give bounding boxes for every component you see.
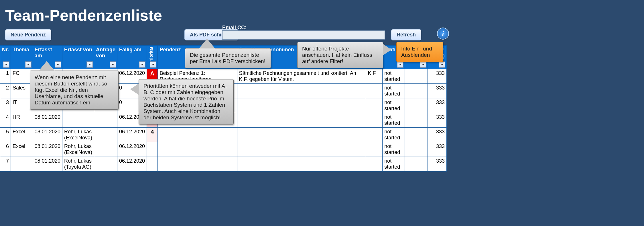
callout-text: Nur offene Projekte anschauen. Hat kein …: [302, 46, 372, 64]
cell-nr[interactable]: 3: [0, 98, 11, 113]
cell-anfrage_von[interactable]: [94, 157, 117, 172]
cell-schritte[interactable]: [237, 98, 366, 113]
email-cc-label: Email CC:: [222, 25, 247, 31]
cell-erfasst_von[interactable]: Rohr, Lukas (ExcelNova): [62, 128, 94, 142]
cell-warten_auf[interactable]: [366, 98, 383, 113]
cell-dauer[interactable]: 333: [428, 128, 447, 142]
cell-schritte[interactable]: [237, 113, 366, 128]
callout-info-button: Info Ein- und Ausblenden: [396, 42, 443, 62]
cell-schritte[interactable]: [237, 128, 366, 142]
table-row[interactable]: 708.01.2020Rohr, Lukas (Toyota AG)06.12.…: [0, 157, 447, 172]
cell-dauer[interactable]: 333: [428, 84, 447, 98]
cell-dauer[interactable]: 333: [428, 157, 447, 172]
callout-text: Wenn eine neue Pendenz mit diesem Button…: [35, 74, 107, 106]
cell-nr[interactable]: 7: [0, 157, 11, 172]
cell-dauer[interactable]: 333: [428, 142, 447, 157]
cell-thema[interactable]: FC: [11, 69, 33, 84]
filter-dropdown-icon[interactable]: [420, 61, 426, 68]
cell-anfrage_von[interactable]: [94, 142, 117, 157]
cell-status[interactable]: not started: [383, 142, 405, 157]
cell-faellig_am[interactable]: 06.12.2020: [117, 128, 147, 142]
cell-erfasst_von[interactable]: [62, 113, 94, 128]
table-row[interactable]: 6Excel08.01.2020Rohr, Lukas (ExcelNova)0…: [0, 142, 447, 157]
cell-status[interactable]: not started: [383, 113, 405, 128]
cell-dauer[interactable]: 333: [428, 113, 447, 128]
cell-nr[interactable]: 6: [0, 142, 11, 157]
cell-pendenz[interactable]: [158, 142, 237, 157]
cell-faellig_am[interactable]: 06.12.2020: [117, 142, 147, 157]
cell-status[interactable]: not started: [383, 128, 405, 142]
cell-warten_auf[interactable]: K.F.: [366, 69, 383, 84]
cell-erledigt_am[interactable]: [405, 69, 428, 84]
filter-dropdown-icon[interactable]: [397, 61, 403, 68]
cell-prio[interactable]: [147, 142, 158, 157]
filter-dropdown-icon[interactable]: [86, 61, 93, 68]
cell-warten_auf[interactable]: [366, 84, 383, 98]
cell-prio[interactable]: 4: [147, 128, 158, 142]
cell-pendenz[interactable]: [158, 157, 237, 172]
cell-thema[interactable]: Excel: [11, 128, 33, 142]
email-cc-input[interactable]: [222, 30, 385, 40]
table-row[interactable]: 5Excel08.01.2020Rohr, Lukas (ExcelNova)0…: [0, 128, 447, 142]
cell-erfasst_am[interactable]: 08.01.2020: [33, 157, 62, 172]
col-prioritaet[interactable]: Priorität: [147, 46, 158, 69]
cell-erledigt_am[interactable]: [405, 98, 428, 113]
col-faellig-am[interactable]: Fällig am: [117, 46, 147, 69]
cell-warten_auf[interactable]: [366, 128, 383, 142]
filter-dropdown-icon[interactable]: [25, 61, 31, 68]
cell-erfasst_am[interactable]: 08.01.2020: [33, 128, 62, 142]
cell-warten_auf[interactable]: [366, 157, 383, 172]
new-pendenz-button[interactable]: Neue Pendenz: [5, 29, 51, 40]
cell-thema[interactable]: [11, 157, 33, 172]
col-anfrage-von[interactable]: Anfrage von: [94, 46, 117, 69]
col-nr[interactable]: Nr.: [0, 46, 11, 69]
filter-dropdown-icon[interactable]: [55, 61, 61, 68]
col-erfasst-von[interactable]: Erfasst von: [62, 46, 94, 69]
cell-nr[interactable]: 1: [0, 69, 11, 84]
col-thema[interactable]: Thema: [11, 46, 33, 69]
cell-status[interactable]: not started: [383, 84, 405, 98]
info-toggle-button[interactable]: i: [437, 28, 449, 40]
cell-status[interactable]: not started: [383, 69, 405, 84]
cell-thema[interactable]: IT: [11, 98, 33, 113]
cell-dauer[interactable]: 333: [428, 98, 447, 113]
cell-erfasst_am[interactable]: 08.01.2020: [33, 142, 62, 157]
cell-prio[interactable]: [147, 157, 158, 172]
cell-warten_auf[interactable]: [366, 142, 383, 157]
callout-text: Info Ein- und Ausblenden: [401, 46, 432, 58]
cell-nr[interactable]: 2: [0, 84, 11, 98]
cell-anfrage_von[interactable]: [94, 128, 117, 142]
cell-schritte[interactable]: Sämtliche Rechnungen gesammelt und konti…: [237, 69, 366, 84]
cell-nr[interactable]: 4: [0, 113, 11, 128]
cell-erledigt_am[interactable]: [405, 128, 428, 142]
cell-thema[interactable]: Sales: [11, 84, 33, 98]
cell-pendenz[interactable]: [158, 128, 237, 142]
callout-priority: Prioritäten können entweder mit A, B, C …: [139, 79, 234, 124]
cell-erfasst_am[interactable]: 08.01.2020: [33, 113, 62, 128]
cell-warten_auf[interactable]: [366, 113, 383, 128]
filter-dropdown-icon[interactable]: [3, 61, 9, 68]
cell-status[interactable]: not started: [383, 157, 405, 172]
callout-text: Die gesamte Pendenzenliste per Email als…: [190, 52, 265, 64]
cell-schritte[interactable]: [237, 157, 366, 172]
cell-nr[interactable]: 5: [0, 128, 11, 142]
cell-erledigt_am[interactable]: [405, 84, 428, 98]
cell-erledigt_am[interactable]: [405, 157, 428, 172]
filter-dropdown-icon[interactable]: [110, 61, 116, 68]
cell-erledigt_am[interactable]: [405, 113, 428, 128]
cell-anfrage_von[interactable]: [94, 113, 117, 128]
filter-dropdown-icon[interactable]: [139, 61, 145, 68]
cell-erfasst_von[interactable]: Rohr, Lukas (Toyota AG): [62, 157, 94, 172]
filter-dropdown-icon[interactable]: [150, 61, 156, 68]
cell-faellig_am[interactable]: 06.12.2020: [117, 157, 147, 172]
cell-schritte[interactable]: [237, 142, 366, 157]
cell-thema[interactable]: Excel: [11, 142, 33, 157]
cell-dauer[interactable]: 333: [428, 69, 447, 84]
cell-schritte[interactable]: [237, 84, 366, 98]
filter-dropdown-icon[interactable]: [439, 61, 445, 68]
cell-erledigt_am[interactable]: [405, 142, 428, 157]
cell-thema[interactable]: HR: [11, 113, 33, 128]
cell-status[interactable]: not started: [383, 98, 405, 113]
cell-erfasst_von[interactable]: Rohr, Lukas (ExcelNova): [62, 142, 94, 157]
refresh-button[interactable]: Refresh: [391, 29, 421, 40]
